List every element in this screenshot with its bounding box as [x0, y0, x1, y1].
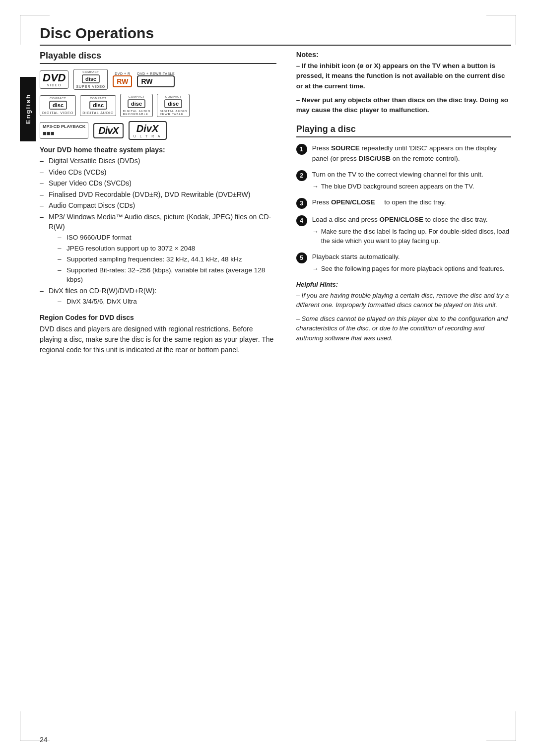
right-column: Notes: – If the inhibit icon (ø or X) ap… [296, 51, 511, 355]
step-content-4: Load a disc and press OPEN/CLOSE to clos… [312, 215, 511, 246]
list-item: DivX 3/4/5/6, DivX Ultra [49, 297, 276, 307]
svg-text:disc: disc [53, 102, 64, 108]
list-item: DivX files on CD-R(W)/DVD+R(W): DivX 3/4… [40, 286, 276, 307]
region-codes-text: DVD discs and players are designed with … [40, 324, 276, 355]
list-item: Finalised DVD Recordable (DVD±R), DVD Re… [40, 190, 276, 200]
step-content-3: Press OPEN/CLOSE to open the disc tray. [312, 197, 511, 209]
dvd-plays-title: Your DVD home theatre system plays: [40, 146, 276, 154]
region-codes-title: Region Codes for DVD discs [40, 314, 276, 321]
step-num-4: 4 [296, 215, 307, 226]
list-item: Digital Versatile Discs (DVDs) [40, 156, 276, 166]
notes-text: – If the inhibit icon (ø or X) appears o… [296, 61, 511, 115]
step-1: 1 Press SOURCE repeatedly until 'DISC' a… [296, 143, 511, 164]
step-2: 2 Turn on the TV to the correct viewing … [296, 170, 511, 191]
svg-text:disc: disc [168, 101, 179, 107]
compact-disc-digital-audio-logo: COMPACT disc DIGITAL AUDIO [80, 95, 116, 116]
step-content-1: Press SOURCE repeatedly until 'DISC' app… [312, 143, 511, 164]
two-column-layout: Playable discs DVD VIDEO COMPACT disc [40, 51, 511, 355]
step-num-1: 1 [296, 144, 307, 155]
list-item: Video CDs (VCDs) [40, 168, 276, 178]
step-content-2: Turn on the TV to the correct viewing ch… [312, 170, 511, 191]
dvd-plus-rw-logo: DVD + ReWritable RW [137, 72, 175, 87]
compact-disc-digital-audio-recordable-logo: COMPACT disc DIGITAL AUDIORecordable [120, 94, 153, 117]
list-item: Supported sampling frequencies: 32 kHz, … [49, 255, 276, 264]
svg-text:disc: disc [93, 102, 104, 108]
step-num-3: 3 [296, 198, 307, 209]
arrow-note-5: → See the following pages for more playb… [312, 264, 511, 274]
language-tab: English [20, 77, 36, 141]
logos-row-1: DVD VIDEO COMPACT disc SUPER VIDEO [40, 69, 276, 90]
compact-disc-digital-audio-rewritable-logo: COMPACT disc DIGITAL AUDIOReWritable [157, 94, 190, 117]
svg-text:disc: disc [131, 101, 142, 107]
notes-section: Notes: – If the inhibit icon (ø or X) ap… [296, 51, 511, 115]
mp3-sub-list: ISO 9660/UDF format JPEG resolution supp… [49, 233, 276, 284]
arrow-note-2: → The blue DVD background screen appears… [312, 182, 511, 191]
compact-disc-super-video-logo: COMPACT disc SUPER VIDEO [73, 69, 108, 90]
list-item: Supported Bit-rates: 32~256 (kbps), vari… [49, 266, 276, 285]
list-item: MP3/ Windows Media™ Audio discs, picture… [40, 212, 276, 285]
list-item: ISO 9660/UDF format [49, 233, 276, 243]
notes-title: Notes: [296, 51, 511, 59]
step-3: 3 Press OPEN/CLOSE to open the disc tray… [296, 197, 511, 209]
divx-logo: DivX [93, 123, 123, 138]
step-4: 4 Load a disc and press OPEN/CLOSE to cl… [296, 215, 511, 246]
step-num-2: 2 [296, 170, 307, 181]
divx-ultra-logo: DivX U L T R A [129, 121, 167, 140]
helpful-hints: Helpful Hints: – If you are having troub… [296, 281, 511, 343]
page-number: 24 [40, 736, 48, 744]
dvd-video-logo: DVD VIDEO [40, 70, 68, 89]
mp3-cd-logo: MP3-CD PLAYBACK ■■■ [40, 122, 88, 139]
helpful-hints-title: Helpful Hints: [296, 281, 511, 288]
compact-disc-digital-video-logo: COMPACT disc DIGITAL VIDEO [40, 95, 76, 116]
playing-disc-title: Playing a disc [296, 124, 511, 137]
main-content: Disc Operations Playable discs DVD VIDEO… [40, 25, 511, 726]
helpful-hint-1: – If you are having trouble playing a ce… [296, 291, 511, 310]
logos-row-3: MP3-CD PLAYBACK ■■■ DivX DivX U L T R A [40, 121, 276, 140]
arrow-note-4: → Make sure the disc label is facing up.… [312, 227, 511, 246]
list-item: Audio Compact Discs (CDs) [40, 201, 276, 211]
helpful-hint-2: – Some discs cannot be played on this pl… [296, 314, 511, 343]
step-5: 5 Playback starts automatically. → See t… [296, 252, 511, 274]
page-title: Disc Operations [40, 25, 511, 46]
svg-text:disc: disc [85, 76, 96, 82]
dvd-plus-r-logo: DVD + R RW [113, 72, 132, 87]
logos-row-2: COMPACT disc DIGITAL VIDEO COMPACT [40, 94, 276, 117]
step-content-5: Playback starts automatically. → See the… [312, 252, 511, 274]
step-num-5: 5 [296, 252, 307, 263]
steps-list: 1 Press SOURCE repeatedly until 'DISC' a… [296, 143, 511, 273]
list-item: JPEG resolution support up to 3072 × 204… [49, 244, 276, 253]
playable-discs-title: Playable discs [40, 51, 276, 64]
disc-types-list: Digital Versatile Discs (DVDs) Video CDs… [40, 156, 276, 307]
divx-sub-list: DivX 3/4/5/6, DivX Ultra [49, 297, 276, 307]
list-item: Super Video CDs (SVCDs) [40, 179, 276, 189]
left-column: Playable discs DVD VIDEO COMPACT disc [40, 51, 276, 355]
